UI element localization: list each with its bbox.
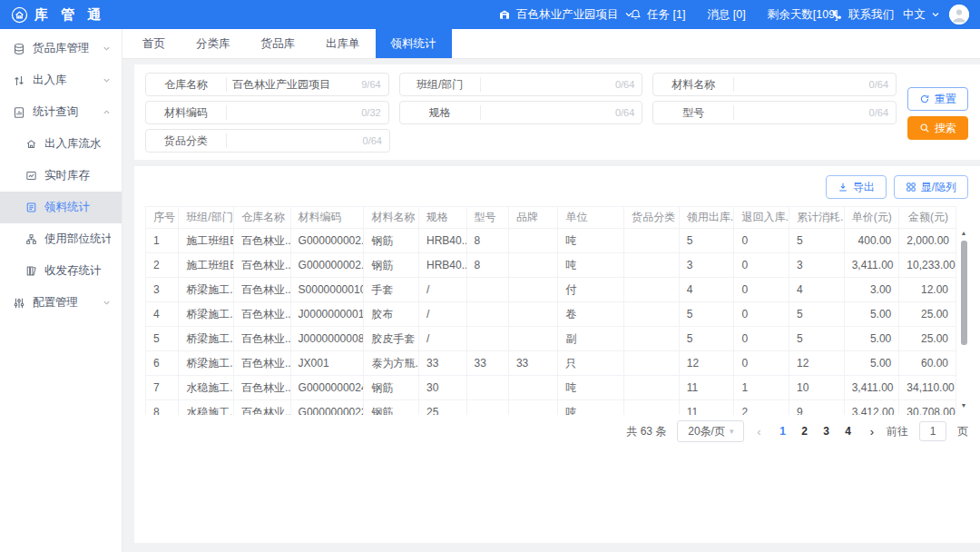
language-selector[interactable]: 中文	[903, 7, 940, 23]
field-material-code: 材料编码 0/32	[145, 101, 389, 124]
column-header[interactable]: 单位	[558, 207, 624, 229]
column-header[interactable]: 累计消耗...	[789, 207, 845, 229]
sidebar-item-goods-management[interactable]: 货品库管理	[0, 33, 122, 64]
column-header[interactable]: 品牌	[508, 207, 558, 229]
table-cell: 只	[558, 351, 624, 376]
reset-icon	[919, 94, 930, 104]
column-header[interactable]: 退回入库...	[734, 207, 789, 229]
table-cell	[466, 302, 508, 327]
page-size-select[interactable]: 20条/页 ▾	[677, 420, 744, 442]
reset-button[interactable]: 重置	[907, 87, 968, 111]
table-row[interactable]: 5桥梁施工...百色林业...J00000000088胶皮手套/副5055.00…	[146, 327, 956, 351]
table-cell	[508, 327, 558, 351]
field-label: 班组/部门	[400, 77, 480, 93]
goto-page-input[interactable]	[919, 421, 946, 441]
user-avatar[interactable]	[949, 5, 969, 25]
table-cell: 钢筋	[364, 229, 419, 253]
model-input[interactable]	[734, 106, 868, 119]
specification-input[interactable]	[481, 106, 615, 119]
char-counter: 0/64	[869, 79, 896, 90]
table-row[interactable]: 3桥梁施工...百色林业...S0000000010手套/付4043.0012.…	[146, 278, 956, 302]
sidebar-item-receive-send-store-statistics[interactable]: 收发存统计	[0, 255, 122, 287]
material-code-input[interactable]	[227, 106, 361, 119]
sidebar-item-usage-location-statistics[interactable]: 使用部位统计	[0, 223, 122, 255]
field-label: 材料名称	[653, 77, 733, 93]
scroll-down-icon[interactable]: ▼	[960, 402, 967, 409]
prev-page-button[interactable]: ‹	[755, 425, 762, 439]
table-cell: 吨	[558, 253, 624, 278]
messages-item[interactable]: 消息 [0]	[707, 7, 745, 23]
table-cell	[508, 302, 558, 327]
data-table: 序号班组/部门仓库名称材料编码材料名称规格型号品牌单位货品分类领用出库...退回…	[145, 206, 956, 415]
table-cell: 6	[146, 351, 179, 376]
column-header[interactable]: 班组/部门	[179, 207, 234, 229]
sidebar-item-realtime-stock[interactable]: 实时库存	[0, 160, 122, 192]
column-header[interactable]: 单价(元)	[844, 207, 899, 229]
table-cell: 5.00	[844, 302, 899, 327]
monitor-chart-icon	[25, 170, 37, 182]
scrollbar-thumb[interactable]	[961, 241, 967, 345]
tab-首页[interactable]: 首页	[127, 29, 181, 58]
column-header[interactable]: 仓库名称	[233, 207, 290, 229]
table-cell: 9	[789, 400, 845, 416]
column-header[interactable]: 金额(元)	[899, 207, 956, 229]
sidebar-item-label: 出入库流水	[44, 136, 111, 152]
search-button[interactable]: 搜索	[907, 116, 968, 140]
page-number-2[interactable]: 2	[796, 425, 814, 438]
sidebar-item-in-out-warehouse[interactable]: 出入库	[0, 64, 122, 96]
sidebar-item-in-out-flow[interactable]: 出入库流水	[0, 128, 122, 160]
sidebar-item-statistics-query[interactable]: 统计查询	[0, 96, 122, 128]
table-cell: 0	[734, 351, 789, 376]
table-row[interactable]: 8水稳施工...百色林业...G0000000023钢筋25吨11293,412…	[146, 400, 956, 416]
project-selector[interactable]: 百色林业产业园项目	[498, 7, 633, 23]
goods-category-input[interactable]	[227, 134, 363, 147]
team-department-input[interactable]	[481, 78, 615, 91]
table-cell: 8	[466, 229, 508, 253]
table-cell	[466, 376, 508, 400]
warehouse-name-input[interactable]	[227, 78, 361, 91]
column-header[interactable]: 材料名称	[364, 207, 419, 229]
column-header[interactable]: 材料编码	[290, 207, 364, 229]
column-header[interactable]: 领用出库...	[679, 207, 734, 229]
table-panel: 导出 显/隐列 序号班组/部门仓库名称材料编码材料名称	[134, 166, 980, 543]
sidebar-item-label: 配置管理	[33, 295, 103, 310]
column-header[interactable]: 货品分类	[624, 207, 680, 229]
chevron-down-icon	[931, 10, 940, 19]
sidebar-item-config-management[interactable]: 配置管理	[0, 287, 122, 319]
column-header[interactable]: 型号	[466, 207, 508, 229]
app-logo: 库 管 通	[0, 6, 105, 24]
table-cell: 11	[679, 400, 734, 416]
sidebar-item-material-statistics[interactable]: 领料统计	[0, 192, 122, 223]
table-row[interactable]: 4桥梁施工...百色林业...J0000000001胶布/卷5055.0025.…	[146, 302, 956, 327]
tab-出库单[interactable]: 出库单	[310, 29, 376, 58]
next-page-button[interactable]: ›	[868, 425, 876, 439]
table-cell: 25	[419, 400, 467, 416]
table-row[interactable]: 6桥梁施工...百色林业...JX001泰为方瓶...333333只120125…	[146, 351, 956, 376]
column-header[interactable]: 序号	[146, 207, 179, 229]
page-number-4[interactable]: 4	[839, 425, 858, 438]
table-cell: 钢筋	[364, 400, 419, 416]
table-cell	[466, 278, 508, 302]
table-row[interactable]: 2施工班组E百色林业...G000000002...钢筋HRB40...8吨30…	[146, 253, 956, 278]
table-cell	[466, 400, 508, 416]
tab-领料统计[interactable]: 领料统计	[376, 29, 452, 58]
export-button[interactable]: 导出	[826, 175, 887, 199]
scroll-up-icon[interactable]: ▲	[960, 230, 967, 237]
table-cell: 5	[789, 327, 845, 351]
tasks-item[interactable]: 任务 [1]	[630, 7, 685, 23]
table-cell: 25.00	[899, 302, 956, 327]
contact-us[interactable]: 联系我们	[831, 7, 894, 23]
tab-货品库[interactable]: 货品库	[246, 29, 311, 58]
page-number-3[interactable]: 3	[818, 425, 836, 438]
column-header[interactable]: 规格	[419, 207, 467, 229]
field-goods-category: 货品分类 0/64	[145, 129, 390, 153]
table-row[interactable]: 7水稳施工...百色林业...G0000000024钢筋30吨111103,41…	[146, 376, 956, 400]
vertical-scrollbar[interactable]: ▲ ▼	[959, 228, 968, 415]
table-cell: 胶布	[364, 302, 419, 327]
page-number-1[interactable]: 1	[774, 425, 792, 438]
tab-分类库[interactable]: 分类库	[181, 29, 246, 58]
show-hide-columns-button[interactable]: 显/隐列	[894, 175, 968, 199]
material-name-input[interactable]	[734, 78, 868, 91]
table-cell: 5	[679, 302, 734, 327]
table-row[interactable]: 1施工班组E百色林业...G000000002...钢筋HRB40...8吨50…	[146, 229, 956, 253]
